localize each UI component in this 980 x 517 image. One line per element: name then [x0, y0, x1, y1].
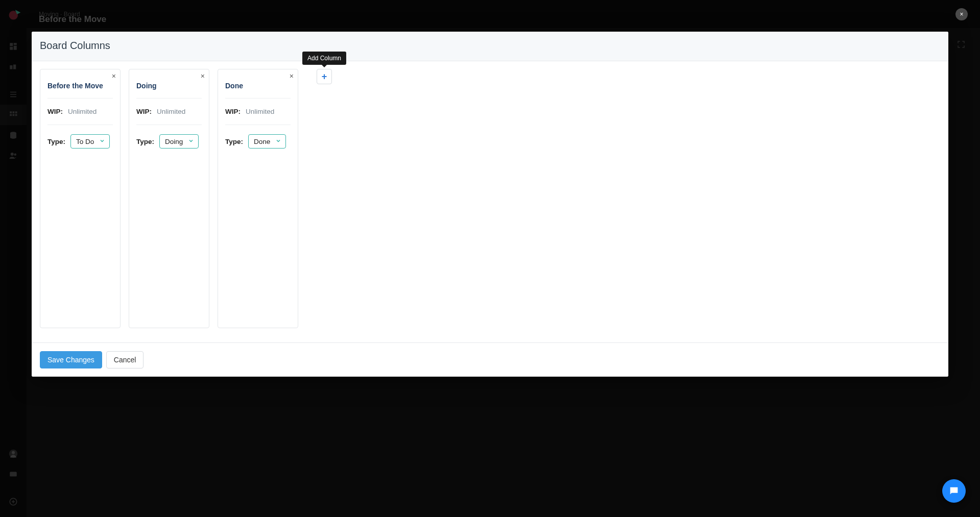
wip-value[interactable]: Unlimited — [68, 108, 97, 115]
column-name[interactable]: Done — [225, 77, 291, 99]
type-value: Done — [254, 138, 270, 145]
modal-body: × Before the Move WIP: Unlimited Type: T… — [32, 61, 948, 342]
wip-value[interactable]: Unlimited — [157, 108, 185, 115]
close-icon: × — [960, 11, 963, 18]
add-column-button[interactable]: + — [317, 69, 332, 84]
close-icon: × — [201, 72, 205, 80]
column-name[interactable]: Before the Move — [47, 77, 113, 99]
type-select[interactable]: Doing — [159, 134, 199, 149]
add-column-tooltip: Add Column — [302, 52, 346, 65]
save-button[interactable]: Save Changes — [40, 351, 102, 368]
add-column-wrapper: Add Column + — [317, 69, 332, 84]
type-label: Type: — [225, 138, 243, 145]
column-remove-button[interactable]: × — [290, 72, 294, 80]
chat-bubble-button[interactable] — [942, 479, 966, 503]
column-type-row: Type: To Do — [47, 125, 113, 152]
chevron-down-icon — [188, 138, 194, 145]
column-card[interactable]: × Before the Move WIP: Unlimited Type: T… — [40, 69, 121, 328]
cancel-button[interactable]: Cancel — [106, 351, 144, 368]
close-icon: × — [290, 72, 294, 80]
chevron-down-icon — [275, 138, 281, 145]
chat-icon — [948, 485, 960, 497]
column-name[interactable]: Doing — [136, 77, 202, 99]
type-value: Doing — [165, 138, 183, 145]
column-wip-row: WIP: Unlimited — [47, 99, 113, 125]
board-columns-modal: Board Columns × Before the Move WIP: Unl… — [32, 32, 948, 377]
close-icon: × — [112, 72, 116, 80]
type-value: To Do — [76, 138, 94, 145]
type-label: Type: — [136, 138, 154, 145]
modal-overlay: × Board Columns × Before the Move WIP: U… — [0, 0, 980, 517]
chevron-down-icon — [99, 138, 105, 145]
column-type-row: Type: Doing — [136, 125, 202, 152]
overlay-close-button[interactable]: × — [955, 8, 968, 20]
column-wip-row: WIP: Unlimited — [225, 99, 291, 125]
wip-label: WIP: — [225, 108, 241, 115]
wip-value[interactable]: Unlimited — [246, 108, 274, 115]
column-card[interactable]: × Doing WIP: Unlimited Type: Doing — [129, 69, 209, 328]
wip-label: WIP: — [136, 108, 152, 115]
type-label: Type: — [47, 138, 65, 145]
column-card[interactable]: × Done WIP: Unlimited Type: Done — [218, 69, 298, 328]
type-select[interactable]: To Do — [70, 134, 110, 149]
wip-label: WIP: — [47, 108, 63, 115]
column-type-row: Type: Done — [225, 125, 291, 152]
column-wip-row: WIP: Unlimited — [136, 99, 202, 125]
modal-footer: Save Changes Cancel — [32, 342, 948, 377]
modal-title: Board Columns — [40, 40, 940, 52]
column-remove-button[interactable]: × — [201, 72, 205, 80]
column-remove-button[interactable]: × — [112, 72, 116, 80]
plus-icon: + — [322, 71, 327, 82]
modal-header: Board Columns — [32, 32, 948, 61]
type-select[interactable]: Done — [248, 134, 286, 149]
